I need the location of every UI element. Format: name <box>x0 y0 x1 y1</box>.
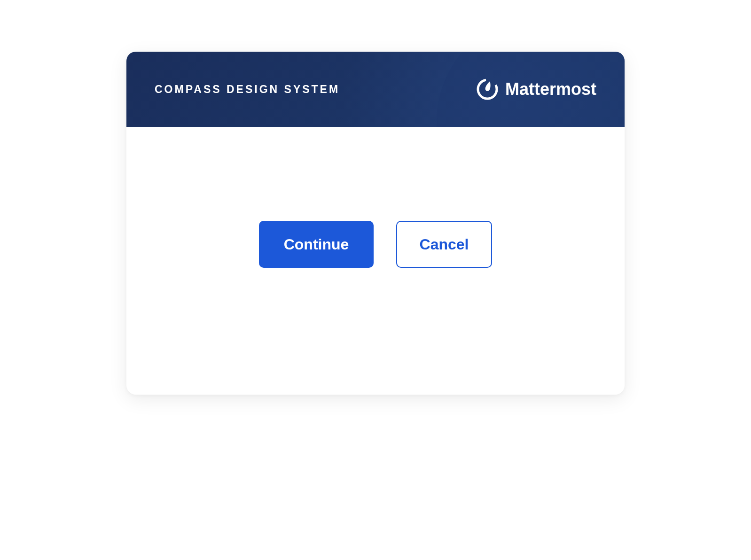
continue-button[interactable]: Continue <box>259 221 374 268</box>
brand-logo: Mattermost <box>476 78 596 101</box>
header-title: COMPASS DESIGN SYSTEM <box>155 83 340 96</box>
card-header: COMPASS DESIGN SYSTEM Mattermost <box>126 52 625 127</box>
brand-name: Mattermost <box>505 79 596 99</box>
card-content: Continue Cancel <box>126 127 625 395</box>
cancel-button[interactable]: Cancel <box>396 221 492 268</box>
design-system-card: COMPASS DESIGN SYSTEM Mattermost Continu… <box>126 52 625 395</box>
mattermost-icon <box>476 78 499 101</box>
